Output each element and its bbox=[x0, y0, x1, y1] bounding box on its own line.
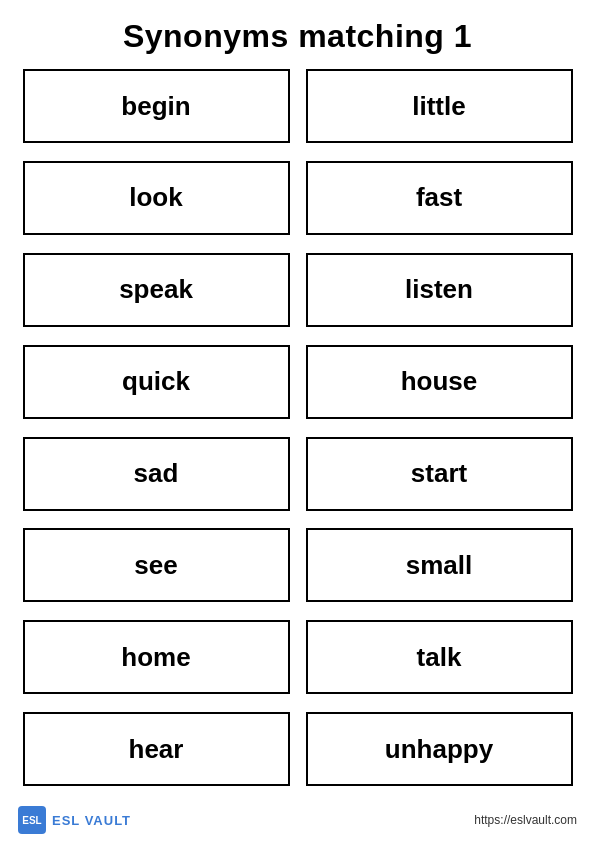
word-card-left-quick: quick bbox=[23, 345, 290, 419]
word-card-left-sad: sad bbox=[23, 437, 290, 511]
word-card-right-talk: talk bbox=[306, 620, 573, 694]
word-card-left-hear: hear bbox=[23, 712, 290, 786]
word-card-left-look: look bbox=[23, 161, 290, 235]
footer-url: https://eslvault.com bbox=[474, 813, 577, 827]
footer-logo: ESL ESL VAULT bbox=[18, 806, 131, 834]
word-card-left-begin: begin bbox=[23, 69, 290, 143]
word-card-right-listen: listen bbox=[306, 253, 573, 327]
word-card-right-start: start bbox=[306, 437, 573, 511]
footer: ESL ESL VAULT https://eslvault.com bbox=[0, 798, 595, 842]
word-card-right-unhappy: unhappy bbox=[306, 712, 573, 786]
logo-icon: ESL bbox=[18, 806, 46, 834]
word-grid: beginlittlelookfastspeaklistenquickhouse… bbox=[23, 69, 573, 798]
word-card-right-small: small bbox=[306, 528, 573, 602]
word-card-left-home: home bbox=[23, 620, 290, 694]
word-card-left-speak: speak bbox=[23, 253, 290, 327]
word-card-right-house: house bbox=[306, 345, 573, 419]
page-title: Synonyms matching 1 bbox=[123, 18, 472, 55]
logo-text: ESL VAULT bbox=[52, 813, 131, 828]
word-card-left-see: see bbox=[23, 528, 290, 602]
word-card-right-fast: fast bbox=[306, 161, 573, 235]
word-card-right-little: little bbox=[306, 69, 573, 143]
